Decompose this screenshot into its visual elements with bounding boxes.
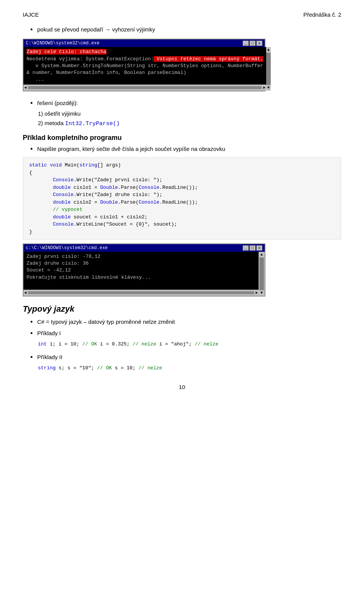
header-left: IAJCE [23, 11, 39, 18]
kw-void: void [50, 162, 62, 168]
cmd-line-1: Zadej prvni cislo: -78,12 [27, 253, 256, 260]
bullet-dot-typovy1: • [30, 318, 37, 326]
priklad-heading: Příklad kompletního programu [23, 134, 341, 142]
cmd-error-text: Neošetřená výjimka: System.FormatExcepti… [27, 56, 154, 62]
typovy-section: Typový jazyk • C# = typový jazyk – datov… [23, 304, 341, 372]
comment-nelze-3: // nelze [138, 365, 162, 371]
typovy-bullet-2: • Příklady I [30, 329, 341, 338]
kw-double2: double [53, 199, 71, 205]
hscroll-track-1 [28, 86, 262, 89]
hscroll-track-2 [28, 291, 254, 294]
cmd-input-display: Zadej celé číslo: chachacha [27, 49, 263, 55]
page-number: 10 [23, 384, 341, 390]
comment-vypocet: // vypocet [53, 207, 82, 212]
cmd-window-1: C:\WINDOWS\system32\cmd.exe _ □ ✕ Zadej … [23, 39, 265, 91]
cmd-titlebar-buttons-1: _ □ ✕ [243, 41, 262, 46]
cmd-line-4: Pokračujte stisknutím libovolné klávesy.… [27, 274, 256, 281]
cmd-titlebar-buttons-2: _ □ ✕ [243, 245, 262, 251]
typovy-bullet-1: • C# = typový jazyk – datový typ proměnn… [30, 318, 341, 326]
cmd-close-btn-2[interactable]: ✕ [256, 245, 262, 251]
priklady2-heading-text: Příklady II [37, 353, 63, 361]
bullet-dot-priklady2: • [30, 353, 37, 362]
console-readline-1: Console [139, 185, 160, 190]
comment-nelze-1: // nelze [133, 341, 156, 347]
cmd-minimize-btn-2[interactable]: _ [243, 245, 249, 251]
console-writeline: Console [53, 221, 74, 227]
double-parse-2: Double [100, 199, 118, 205]
numbered-item-2: 2) metoda Int32.TryParse() [38, 119, 341, 128]
kw-string-s: string [38, 365, 56, 371]
cmd-error-line: Neošetřená výjimka: System.FormatExcepti… [27, 56, 263, 63]
cmd-content-area-1: Zadej celé číslo: chachacha Neošetřená v… [24, 47, 265, 91]
cmd-window-2: c:\C:\WINDOWS\system32\cmd.exe _ □ ✕ Zad… [23, 243, 265, 297]
cmd-restore-btn-2[interactable]: □ [249, 245, 256, 251]
cmd-vscrollbar-1[interactable]: ▲ ▼ [266, 47, 271, 91]
kw-int: int [38, 341, 47, 347]
scroll-right-icon-2[interactable]: ► [256, 291, 258, 295]
kw-string: string [80, 162, 97, 168]
kw-static: static [29, 162, 47, 168]
comment-ok-1: // OK [82, 341, 97, 347]
console-readline-2: Console [139, 199, 160, 205]
main-code-block: static void Main(string[] args) { Consol… [23, 157, 341, 240]
cmd-body-1: Zadej celé číslo: chachacha Neošetřená v… [24, 47, 266, 91]
reseni-heading-item: • řešení (později): [30, 99, 341, 108]
cmd-vscrollbar-2[interactable]: ▲ ▼ [259, 252, 265, 296]
cmd-hscrollbar-2[interactable]: ◄ ► [24, 290, 259, 296]
scroll-up-icon-2[interactable]: ▲ [260, 253, 263, 257]
header-right: Přednáška č. 2 [303, 11, 341, 18]
bullet-dot-typovy2: • [30, 329, 37, 338]
cmd-close-btn[interactable]: ✕ [256, 41, 262, 46]
vscroll-thumb-2 [259, 257, 264, 290]
scroll-left-icon[interactable]: ◄ [24, 86, 27, 90]
scroll-down-icon-2[interactable]: ▼ [260, 291, 263, 295]
cmd-input-highlight: Zadej celé číslo: chachacha [27, 49, 107, 55]
console-write-1: Console [53, 177, 74, 183]
numbered-list: 1) ošetřit výjimku 2) metoda Int32.TryPa… [38, 110, 341, 128]
cmd-title-text-2: c:\C:\WINDOWS\system32\cmd.exe [26, 245, 108, 251]
scroll-left-icon-2[interactable]: ◄ [24, 291, 27, 295]
cmd-title-text-1: C:\WINDOWS\system32\cmd.exe [26, 41, 99, 46]
typovy-bullet-text-1: C# = typový jazyk – datový typ proměnné … [37, 318, 175, 326]
priklady1-code: int i; i = 10; // OK i = 0.325; // nelze… [38, 340, 341, 348]
intro-bullet: • pokud se převod nepodaří → vyhození vý… [30, 25, 341, 34]
cmd-stack2: & number, NumberFormatInfo info, Boolean… [27, 69, 263, 76]
cmd-stack1: v System.Number.StringToNumber(String st… [27, 63, 263, 69]
cmd-hscrollbar-1[interactable]: ◄ ► [24, 85, 266, 91]
priklad-bullet-text: Napište program, který sečte dvě čísla a… [37, 145, 225, 153]
reseni-heading-text: řešení (později): [37, 99, 78, 107]
priklady2-bullet: • Příklady II [30, 353, 341, 362]
numbered-item-1: 1) ošetřit výjimku [38, 110, 341, 118]
kw-double3: double [53, 214, 71, 220]
bullet-dot: • [30, 25, 37, 34]
cmd-minimize-btn[interactable]: _ [243, 41, 249, 46]
priklady2-code: string s; s = "10"; // OK s = 10; // nel… [38, 364, 341, 372]
typovy-heading: Typový jazyk [23, 304, 341, 314]
cmd-output-2: Zadej prvni cislo: -78,12 Zadej druhe ci… [24, 252, 259, 290]
bullet-dot-reseni: • [30, 99, 37, 108]
comment-nelze-2: // nelze [195, 341, 218, 347]
scroll-down-icon[interactable]: ▼ [267, 86, 270, 90]
cmd-output-1: Zadej celé číslo: chachacha Neošetřená v… [24, 47, 266, 85]
cmd-restore-btn[interactable]: □ [249, 41, 256, 46]
cmd-titlebar-2: c:\C:\WINDOWS\system32\cmd.exe _ □ ✕ [24, 244, 265, 252]
page-header: IAJCE Přednáška č. 2 [23, 11, 341, 18]
intro-bullet-text: pokud se převod nepodaří → vyhození výji… [37, 25, 155, 33]
cmd-body-2: Zadej prvni cislo: -78,12 Zadej druhe ci… [24, 252, 259, 296]
cmd-line-3: Soucet = -42,12 [27, 267, 256, 274]
typovy-bullet-text-2: Příklady I [37, 329, 61, 337]
console-write-2: Console [53, 192, 74, 198]
scroll-up-icon[interactable]: ▲ [267, 48, 270, 52]
comment-ok-2: // OK [97, 365, 112, 371]
cmd-line-2: Zadej druhe cislo: 36 [27, 260, 256, 267]
scroll-right-icon[interactable]: ► [263, 86, 265, 90]
kw-double1: double [53, 185, 71, 190]
bullet-dot-priklad: • [30, 145, 37, 154]
cmd-content-area-2: Zadej prvni cislo: -78,12 Zadej druhe ci… [24, 252, 265, 296]
tryparse-code: Int32.TryParse() [65, 121, 120, 127]
priklad-bullet-item: • Napište program, který sečte dvě čísla… [30, 145, 341, 154]
cmd-error-highlight: Vstupní řetězec nemá správný formát. [154, 56, 263, 62]
double-parse-1: Double [100, 185, 118, 190]
vscroll-thumb-1 [266, 53, 271, 85]
cmd-stack3: ... [27, 76, 263, 83]
